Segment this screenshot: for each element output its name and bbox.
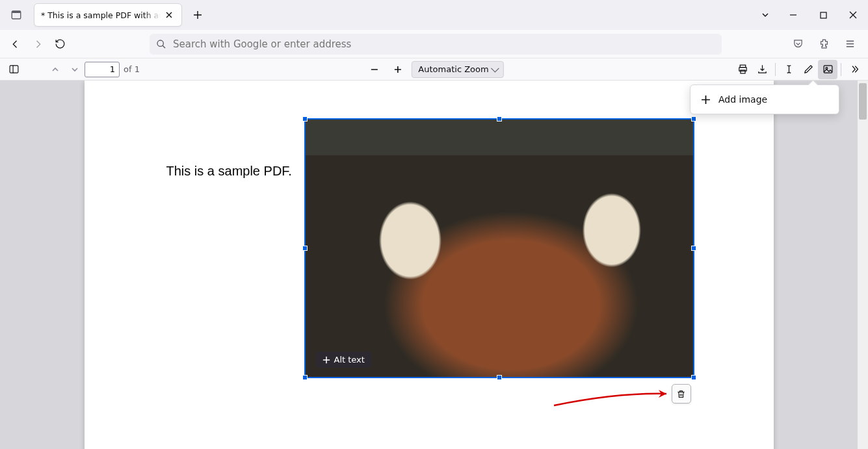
forward-icon	[32, 38, 44, 50]
resize-handle-tr[interactable]	[691, 116, 696, 122]
svg-rect-7	[740, 70, 744, 73]
page-number-input[interactable]	[85, 62, 120, 77]
chevron-down-icon	[761, 10, 770, 19]
window-controls	[752, 0, 868, 30]
list-all-tabs-button[interactable]	[752, 2, 778, 28]
resize-handle-ml[interactable]	[302, 246, 308, 251]
plus-icon	[193, 10, 202, 19]
search-icon	[156, 39, 166, 49]
selected-image-annotation[interactable]: Alt text	[304, 118, 694, 378]
plus-icon	[393, 65, 402, 74]
pdf-page[interactable]: This is a sample PDF. Alt text	[85, 81, 774, 449]
zoom-out-button[interactable]	[364, 60, 384, 79]
plus-icon	[322, 356, 330, 364]
pencil-icon	[803, 64, 814, 75]
tab-close-button[interactable]	[163, 9, 175, 21]
url-input[interactable]	[173, 38, 715, 50]
pocket-icon	[793, 38, 804, 49]
resize-handle-bc[interactable]	[497, 375, 502, 380]
delete-image-button[interactable]	[672, 384, 691, 404]
toggle-sidebar-button[interactable]	[4, 60, 23, 79]
separator	[775, 63, 776, 76]
draw-annotation-button[interactable]	[798, 60, 818, 79]
nav-bar	[0, 30, 868, 58]
resize-handle-mr[interactable]	[691, 246, 696, 251]
chevron-up-icon	[51, 65, 60, 74]
menu-icon	[845, 38, 856, 49]
pdf-toolbar: of 1 Automatic Zoom	[0, 58, 868, 81]
chevrons-right-icon	[849, 64, 860, 75]
zoom-in-button[interactable]	[388, 60, 407, 79]
add-image-label: Add image	[718, 94, 767, 105]
close-icon	[165, 11, 173, 19]
zoom-select[interactable]: Automatic Zoom	[411, 61, 503, 78]
scrollbar-thumb[interactable]	[859, 83, 867, 120]
chevron-down-icon	[70, 65, 79, 74]
text-cursor-icon	[783, 64, 795, 75]
new-tab-button[interactable]	[187, 5, 208, 25]
browser-tab[interactable]: * This is a sample PDF with an imag	[34, 3, 182, 27]
page-count-label: of 1	[124, 64, 140, 74]
minimize-icon	[789, 11, 797, 19]
separator	[841, 63, 841, 76]
svg-point-3	[157, 40, 163, 46]
image-annotation-button[interactable]	[818, 60, 837, 79]
svg-rect-2	[821, 12, 826, 18]
pdf-text: This is a sample PDF.	[166, 164, 292, 179]
maximize-icon	[820, 12, 827, 19]
add-image-menu-item[interactable]: Add image	[690, 89, 839, 110]
reload-icon	[55, 38, 66, 49]
sidebar-icon	[10, 9, 22, 21]
recent-tabs-button[interactable]	[5, 4, 27, 26]
text-annotation-button[interactable]	[779, 60, 798, 79]
pdf-toolbar-right	[733, 60, 864, 79]
secondary-tools-button[interactable]	[845, 60, 864, 79]
svg-rect-8	[824, 66, 832, 73]
trash-icon	[676, 389, 686, 399]
window-minimize-button[interactable]	[778, 0, 808, 30]
app-menu-button[interactable]	[839, 34, 860, 55]
resize-handle-tc[interactable]	[497, 116, 502, 122]
page-up-button[interactable]	[46, 60, 65, 79]
plus-icon	[701, 95, 711, 105]
minus-icon	[369, 65, 378, 74]
reload-button[interactable]	[49, 34, 70, 55]
toggle-panel-icon	[8, 64, 20, 75]
tab-strip: * This is a sample PDF with an imag	[0, 0, 868, 30]
extensions-button[interactable]	[813, 34, 834, 55]
image-tool-dropdown: Add image	[690, 84, 839, 114]
download-icon	[757, 64, 768, 75]
alt-text-label: Alt text	[334, 355, 365, 365]
zoom-select-label: Automatic Zoom	[418, 64, 488, 74]
nav-right-tools	[785, 34, 863, 55]
window-maximize-button[interactable]	[808, 0, 838, 30]
extensions-icon	[819, 38, 830, 49]
print-icon	[737, 64, 748, 75]
svg-rect-4	[10, 66, 18, 73]
resize-handle-br[interactable]	[691, 375, 696, 380]
window-close-button[interactable]	[838, 0, 868, 30]
zoom-controls: Automatic Zoom	[364, 60, 503, 79]
download-button[interactable]	[752, 60, 772, 79]
print-button[interactable]	[733, 60, 752, 79]
url-bar[interactable]	[150, 34, 722, 55]
image-icon	[822, 64, 834, 75]
resize-handle-tl[interactable]	[302, 116, 308, 122]
svg-rect-1	[12, 11, 21, 13]
back-button[interactable]	[5, 34, 26, 55]
page-down-button[interactable]	[65, 60, 85, 79]
vertical-scrollbar[interactable]	[858, 81, 868, 449]
save-to-pocket-button[interactable]	[787, 34, 808, 55]
tab-title: * This is a sample PDF with an imag	[41, 10, 161, 20]
close-icon	[849, 11, 857, 19]
forward-button[interactable]	[27, 34, 48, 55]
resize-handle-bl[interactable]	[302, 375, 308, 380]
back-icon	[10, 38, 21, 50]
inserted-image[interactable]	[306, 120, 693, 377]
alt-text-button[interactable]: Alt text	[316, 352, 371, 368]
annotation-arrow	[553, 386, 676, 412]
pdf-viewport[interactable]: This is a sample PDF. Alt text	[0, 81, 858, 449]
